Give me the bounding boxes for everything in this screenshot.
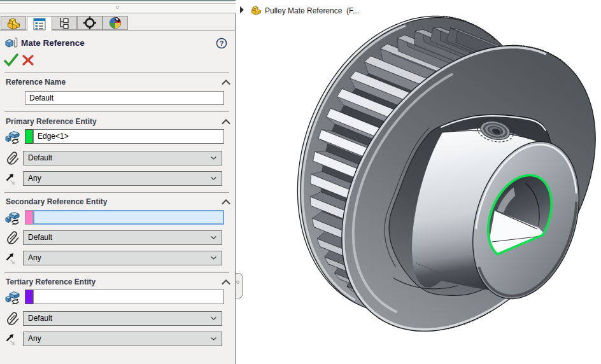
svg-text:?: ? (220, 39, 224, 47)
